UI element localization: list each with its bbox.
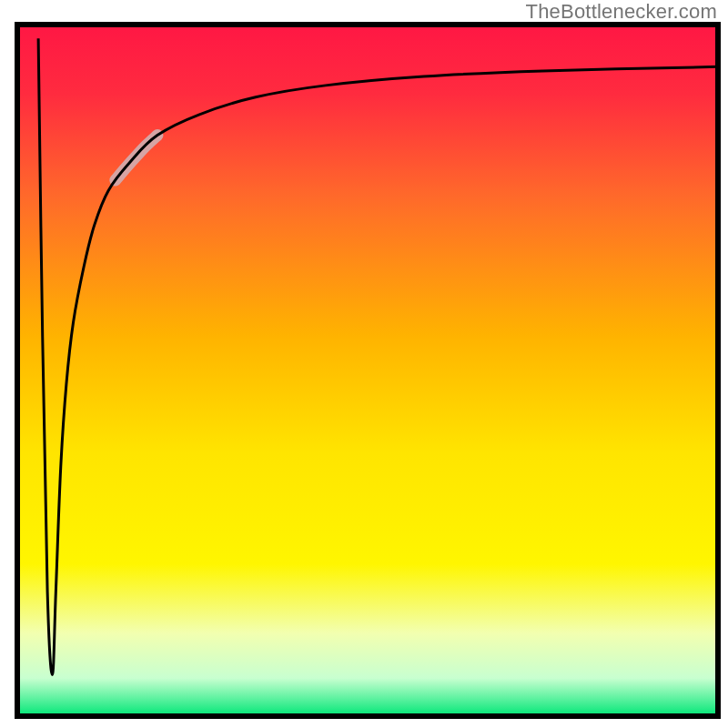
gradient-background bbox=[17, 25, 718, 716]
chart-stage: TheBottlenecker.com bbox=[0, 0, 728, 728]
bottleneck-chart bbox=[0, 0, 728, 728]
source-label: TheBottlenecker.com bbox=[526, 0, 717, 24]
